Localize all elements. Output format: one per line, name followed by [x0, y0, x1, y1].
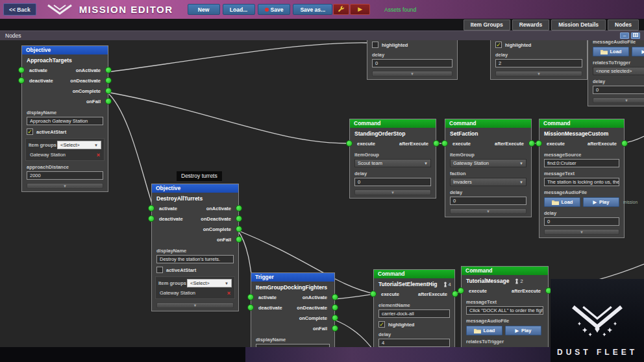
port-onComplete[interactable] [236, 226, 242, 232]
collapse-button[interactable]: ▼ [27, 183, 103, 189]
port-execute[interactable] [370, 291, 377, 297]
command-mission-message-custom[interactable]: CommandMissionMessageCustomexecuteafterE… [539, 119, 625, 238]
port-deactivate[interactable] [148, 215, 155, 222]
collapse-button[interactable]: ▼ [354, 189, 431, 195]
itemGroup-select[interactable]: Gateway Station▼ [450, 159, 526, 167]
messageSource-input[interactable]: find:0:Cruiser [544, 159, 619, 167]
port-activate[interactable] [148, 205, 155, 211]
port-afterExecute[interactable] [621, 140, 628, 147]
item-groups-select[interactable]: <Select>▼ [57, 141, 101, 149]
collapse-button[interactable]: ▼ [495, 71, 582, 77]
save-as-button[interactable]: Save as... [293, 4, 332, 15]
highlighted-checkbox[interactable]: ✓ [495, 42, 502, 48]
node-header[interactable]: Command [374, 270, 454, 278]
port-onActivate[interactable] [236, 205, 242, 211]
port-execute[interactable] [441, 140, 448, 147]
node-header[interactable]: Objective [22, 46, 108, 54]
panel-grid-button[interactable] [631, 32, 640, 39]
node-header[interactable]: Trigger [251, 273, 334, 282]
play-audio-button[interactable]: ▶Play [505, 326, 541, 335]
new-button[interactable]: New [188, 4, 220, 15]
tab-item-groups[interactable]: Item Groups [464, 19, 510, 30]
port-onFail[interactable] [236, 236, 242, 243]
collapse-button[interactable]: ▼ [156, 302, 234, 308]
port-afterExecute[interactable] [433, 140, 440, 147]
command-tutorial-message[interactable]: CommandTutorialMessage2executeafterExecu… [461, 266, 549, 348]
highlighted-checkbox[interactable]: ✓ [378, 321, 385, 328]
relatesToTrigger-select[interactable]: <none selected>▼ [593, 67, 644, 75]
messageText-input[interactable]: The station is locking onto us, they've … [544, 178, 619, 186]
delay-input[interactable]: 0 [544, 217, 619, 226]
delay-input[interactable]: 0 [372, 59, 452, 67]
trigger-item-group-docking-fighters[interactable]: TriggerItemGroupDockingFightersactivateo… [251, 272, 335, 356]
port-activate[interactable] [247, 294, 254, 300]
clipped-node-top-right[interactable]: messageAudioFileLoad▶PlayrelatesToTrigge… [588, 40, 644, 106]
port-onActivate[interactable] [332, 294, 338, 300]
elementName-input[interactable]: carrier-dock-all [378, 309, 450, 318]
activeAtStart-checkbox[interactable]: ✓ [27, 128, 33, 135]
port-execute[interactable] [536, 140, 542, 147]
port-deactivate[interactable] [18, 77, 25, 84]
messageText-input[interactable]: Click "DOCK ALL" to order the fighters t [466, 306, 543, 315]
faction-select[interactable]: Invaders▼ [450, 178, 526, 186]
clipped-node-top-left[interactable]: highlighteddelay0▼ [367, 40, 458, 80]
activeAtStart-checkbox[interactable] [156, 267, 163, 273]
port-onFail[interactable] [332, 325, 338, 332]
load-audio-button[interactable]: Load [544, 197, 580, 207]
approachDistance-input[interactable]: 2000 [27, 171, 103, 180]
play-audio-button[interactable]: ▶Play [583, 197, 619, 207]
collapse-button[interactable]: ▼ [544, 229, 619, 235]
port-activate[interactable] [18, 67, 25, 73]
run-mission-button[interactable]: ▶ [350, 4, 370, 15]
port-afterExecute[interactable] [528, 140, 535, 147]
displayName-input[interactable]: Destroy the station's turrets. [156, 255, 234, 263]
item-groups-select[interactable]: <Select>▼ [187, 279, 232, 287]
node-header[interactable]: Command [539, 119, 624, 128]
objective-destroy-all-turrets[interactable]: ObjectiveDestroyAllTurretsactivateonActi… [151, 184, 239, 311]
port-onActivate[interactable] [105, 67, 112, 73]
collapse-button[interactable]: ▼ [593, 97, 644, 103]
port-onComplete[interactable] [105, 88, 112, 94]
panel-minimize-button[interactable]: – [620, 32, 629, 39]
node-header[interactable]: Command [350, 119, 436, 128]
delay-input[interactable]: 0 [450, 197, 526, 205]
port-execute[interactable] [458, 287, 464, 294]
objective-approach-targets[interactable]: ObjectiveApproachTargetsactivateonActiva… [21, 45, 108, 192]
port-execute[interactable] [346, 140, 353, 147]
remove-icon[interactable]: × [227, 291, 230, 296]
clipped-node-top-middle[interactable]: ✓highlighteddelay2▼ [490, 40, 588, 80]
back-button[interactable]: << Back [3, 3, 36, 16]
port-onDeactivate[interactable] [236, 215, 242, 222]
save-button[interactable]: Save [258, 4, 291, 15]
tab-mission-details[interactable]: Mission Details [551, 19, 606, 30]
remove-icon[interactable]: × [97, 152, 100, 158]
delay-input[interactable]: 2 [495, 59, 582, 67]
command-tutorial-set-element-hig[interactable]: CommandTutorialSetElementHig4executeafte… [373, 269, 455, 350]
command-set-faction[interactable]: CommandSetFactionexecuteafterExecuteitem… [445, 119, 532, 217]
play-audio-button[interactable]: ▶Play [632, 47, 644, 56]
port-deactivate[interactable] [247, 304, 254, 311]
collapse-button[interactable]: ▼ [450, 208, 526, 214]
load-mission-button[interactable]: Load... [223, 4, 255, 15]
port-onComplete[interactable] [332, 315, 338, 321]
port-onDeactivate[interactable] [105, 77, 112, 84]
delay-input[interactable]: 0 [593, 86, 644, 94]
settings-wrench-button[interactable] [333, 4, 349, 15]
node-header[interactable]: Command [445, 119, 531, 128]
node-header[interactable]: Objective [152, 184, 238, 193]
displayName-input[interactable]: Approach Gateway Station [27, 117, 103, 125]
command-standing-order-stop[interactable]: CommandStandingOrderStopexecuteafterExec… [349, 119, 436, 199]
port-onDeactivate[interactable] [332, 304, 338, 311]
load-audio-button[interactable]: Load [593, 47, 629, 56]
port-onFail[interactable] [105, 98, 112, 104]
highlighted-checkbox[interactable] [372, 42, 378, 48]
delay-input[interactable]: 0 [354, 178, 431, 186]
load-audio-button[interactable]: Load [466, 326, 502, 335]
delay-input[interactable]: 4 [378, 339, 450, 347]
collapse-button[interactable]: ▼ [372, 71, 452, 77]
node-canvas[interactable]: Destroy turrets [0, 40, 644, 362]
itemGroup-select[interactable]: Scout team▼ [354, 159, 431, 167]
node-header[interactable]: Command [462, 267, 548, 275]
tab-nodes[interactable]: Nodes [608, 19, 639, 30]
tab-rewards[interactable]: Rewards [512, 19, 549, 30]
